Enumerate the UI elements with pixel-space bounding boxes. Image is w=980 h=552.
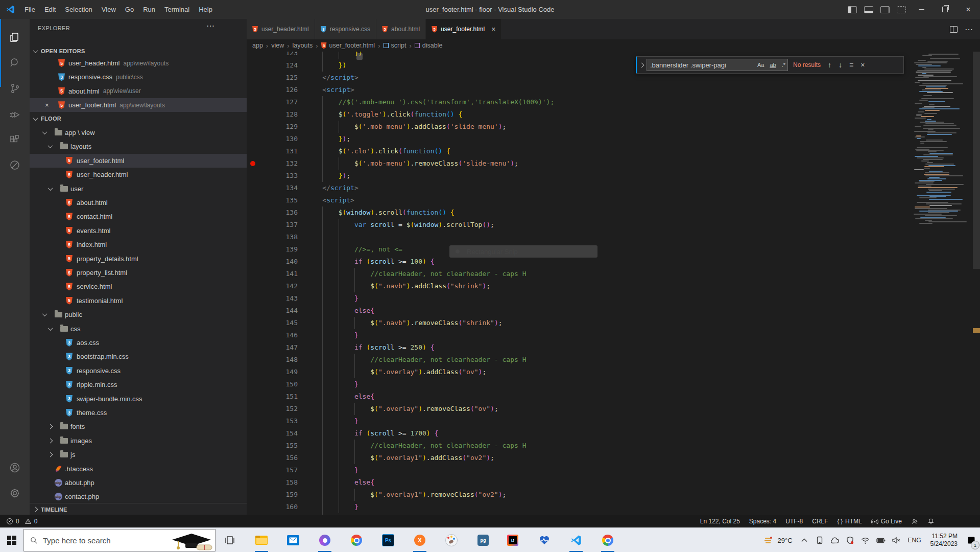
breadcrumb-disable[interactable]: disable — [415, 42, 443, 49]
line-number[interactable]: 145 — [247, 317, 298, 329]
line-number[interactable]: 137 — [247, 219, 298, 231]
tree-item-testimonial.html[interactable]: 5testimonial.html — [30, 294, 247, 308]
status-cursor-position[interactable]: Ln 122, Col 25 — [696, 518, 745, 525]
battery-icon[interactable] — [874, 528, 888, 552]
line-number[interactable]: 144 — [247, 305, 298, 317]
whole-word-icon[interactable]: ab — [770, 62, 778, 68]
project-header[interactable]: FLOOR — [30, 112, 247, 125]
status-go-live[interactable]: Go Live — [867, 518, 906, 525]
warnings-icon[interactable] — [25, 518, 32, 525]
tree-item-ripple.min.css[interactable]: 3ripple.min.css — [30, 378, 247, 392]
split-editor-icon[interactable] — [950, 26, 958, 33]
tree-item-contact.html[interactable]: 5contact.html — [30, 210, 247, 223]
tree-item-theme.css[interactable]: 3theme.css — [30, 406, 247, 420]
tree-item-app\view[interactable]: app \ view — [30, 126, 247, 140]
toggle-secondary-sidebar-icon[interactable] — [880, 6, 890, 13]
breadcrumb-layouts[interactable]: layouts — [293, 42, 313, 49]
taskbar-mail-icon[interactable] — [281, 528, 305, 552]
line-number[interactable]: 132 — [247, 157, 298, 170]
taskbar-task-view-icon[interactable] — [218, 528, 242, 552]
line-number[interactable]: 155 — [247, 440, 298, 452]
menu-file[interactable]: File — [20, 6, 40, 13]
taskbar-chrome-icon-2[interactable] — [595, 528, 620, 552]
taskbar-search-input[interactable]: Type here to search — [23, 529, 216, 551]
tree-item-swiper-bundle.min.css[interactable]: 3swiper-bundle.min.css — [30, 392, 247, 406]
line-number[interactable]: 153 — [247, 415, 298, 427]
line-number[interactable]: 156 — [247, 452, 298, 464]
minimize-button[interactable] — [910, 0, 933, 19]
minimap[interactable] — [912, 52, 973, 515]
line-number[interactable]: 152 — [247, 403, 298, 415]
volume-muted-icon[interactable] — [890, 528, 903, 552]
find-in-selection-icon[interactable]: ≡ — [849, 61, 853, 69]
line-number[interactable]: 128 — [247, 108, 298, 121]
open-editor-user_footer.html[interactable]: ×5user_footer.htmlapp\view\layouts — [30, 98, 247, 112]
find-input[interactable]: .bannerslider .swiper-pagi Aa ab .* — [647, 59, 788, 71]
editor-scrollbar[interactable] — [973, 52, 980, 515]
circle-slash-icon[interactable] — [0, 152, 30, 178]
line-number[interactable]: 130 — [247, 133, 298, 145]
tree-item-fonts[interactable]: fonts — [30, 420, 247, 433]
menu-terminal[interactable]: Terminal — [160, 6, 194, 13]
timeline-header[interactable]: TIMELINE — [30, 503, 247, 515]
next-match-icon[interactable]: ↓ — [839, 61, 842, 69]
language-indicator[interactable]: ENG — [908, 537, 921, 544]
extensions-icon[interactable] — [0, 127, 30, 152]
code-editor[interactable]: 123 })124 })125 </script>126 <script>127… — [247, 52, 980, 515]
status-notifications-bell[interactable] — [923, 518, 939, 525]
tree-item-images[interactable]: images — [30, 434, 247, 448]
breadcrumb-app[interactable]: app — [252, 42, 263, 49]
line-number[interactable]: 151 — [247, 390, 298, 403]
error-count[interactable]: 0 — [16, 518, 19, 525]
explorer-icon[interactable] — [0, 25, 30, 50]
breadcrumb-user_footer.html[interactable]: 5user_footer.html — [321, 42, 375, 49]
taskbar-heart-pulse-icon[interactable] — [532, 528, 557, 552]
settings-gear-icon[interactable] — [0, 480, 30, 506]
line-number[interactable]: 125 — [247, 72, 298, 84]
line-number[interactable]: 143 — [247, 292, 298, 305]
line-number[interactable]: 148 — [247, 354, 298, 366]
open-editor-user_header.html[interactable]: 5user_header.htmlapp\view\layouts — [30, 56, 247, 70]
taskbar-intellij-icon[interactable]: IJ — [500, 528, 525, 552]
line-number[interactable]: 139 — [247, 243, 298, 256]
line-number[interactable]: 141 — [247, 268, 298, 280]
errors-icon[interactable] — [6, 518, 13, 525]
line-number[interactable]: 131 — [247, 145, 298, 157]
menu-go[interactable]: Go — [121, 6, 138, 13]
menu-help[interactable]: Help — [194, 6, 217, 13]
weather-icon[interactable] — [761, 528, 775, 552]
line-number[interactable]: 133 — [247, 170, 298, 182]
breadcrumb-script[interactable]: script — [384, 42, 407, 49]
tree-item-css[interactable]: css — [30, 322, 247, 336]
line-number[interactable]: 126 — [247, 84, 298, 96]
regex-icon[interactable]: .* — [782, 62, 787, 68]
taskbar-vscode-icon[interactable] — [564, 528, 588, 552]
menu-selection[interactable]: Selection — [60, 6, 97, 13]
line-number[interactable]: 159 — [247, 489, 298, 501]
line-number[interactable]: 140 — [247, 256, 298, 268]
line-number[interactable]: 149 — [247, 366, 298, 378]
line-number[interactable]: 150 — [247, 378, 298, 390]
more-actions-icon[interactable]: ⋯ — [206, 21, 215, 31]
tree-item-user_footer.html[interactable]: 5user_footer.html — [30, 154, 247, 168]
taskbar-loop-icon[interactable] — [313, 528, 337, 552]
status-share[interactable] — [906, 518, 923, 525]
status-eol-sequence[interactable]: CRLF — [807, 518, 832, 525]
tree-item-.htaccess[interactable]: .htaccess — [30, 462, 247, 476]
tree-item-property_details.html[interactable]: 5property_details.html — [30, 252, 247, 266]
menu-run[interactable]: Run — [138, 6, 160, 13]
toggle-sidebar-icon[interactable] — [848, 6, 857, 13]
search-icon[interactable] — [0, 50, 30, 76]
temperature-label[interactable]: 29°C — [778, 537, 793, 544]
open-editors-header[interactable]: OPEN EDITORS — [30, 45, 247, 57]
line-number[interactable]: 146 — [247, 329, 298, 341]
find-expand-icon[interactable] — [639, 62, 644, 67]
close-find-icon[interactable]: × — [861, 61, 865, 69]
tab-about.html[interactable]: 5about.html — [376, 19, 426, 39]
tree-item-user_header.html[interactable]: 5user_header.html — [30, 168, 247, 181]
tree-item-about.html[interactable]: 5about.html — [30, 196, 247, 210]
tree-item-user[interactable]: user — [30, 182, 247, 196]
previous-match-icon[interactable]: ↑ — [828, 61, 831, 69]
close-tab-icon[interactable]: × — [491, 25, 495, 33]
tree-item-about.php[interactable]: phpabout.php — [30, 476, 247, 490]
